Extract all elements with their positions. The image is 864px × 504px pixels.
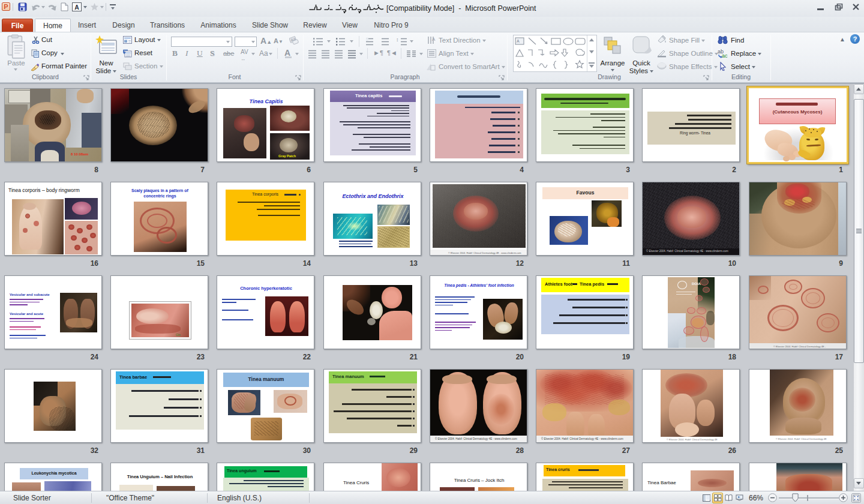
svg-text:ac: ac [722, 53, 728, 58]
svg-text:A: A [432, 37, 436, 42]
svg-text:A: A [517, 39, 520, 43]
